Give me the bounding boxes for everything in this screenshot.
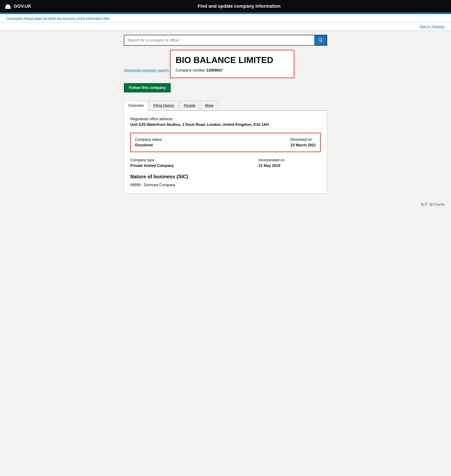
company-type-label: Company type <box>130 158 174 162</box>
dissolved-on-value: 23 March 2021 <box>290 143 316 147</box>
accuracy-notice-link[interactable]: Companies House does not verify the accu… <box>6 17 109 20</box>
incorporated-on-col: Incorporated on 21 May 2019 <box>258 158 321 168</box>
company-status-row: Company status Dissolved Dissolved on 23… <box>130 133 321 152</box>
gov-logo[interactable]: GOV.UK <box>4 2 31 10</box>
tab-overview-label: Overview <box>128 104 144 108</box>
tab-people[interactable]: People <box>179 101 200 110</box>
company-name: BIO BALANCE LIMITED <box>175 55 289 65</box>
advanced-search-link[interactable]: Advanced company search <box>124 68 169 73</box>
tab-filing-history-label[interactable]: Filing history <box>153 104 174 108</box>
tab-people-label[interactable]: People <box>184 104 195 108</box>
search-button[interactable] <box>314 35 327 45</box>
company-card: BIO BALANCE LIMITED Company number 12009… <box>170 50 294 78</box>
signin-bar: Sign in / Register <box>0 23 451 31</box>
registered-office-section: Registered office address Unit G25 Water… <box>130 117 321 127</box>
svg-rect-0 <box>5 7 10 9</box>
nature-of-business-section: Nature of business (SIC) 99999 - Dormant… <box>130 174 321 187</box>
dissolved-date-col: Dissolved on 23 March 2021 <box>290 137 316 147</box>
tabs-container: Overview Filing history People More Regi… <box>124 101 327 194</box>
tab-overview[interactable]: Overview <box>124 101 148 111</box>
incorporated-on-value: 21 May 2019 <box>258 164 321 168</box>
search-form <box>124 35 327 46</box>
company-number-value: 12009027 <box>206 68 223 72</box>
blue-banner <box>0 12 451 14</box>
search-icon <box>318 38 323 43</box>
tabs-list: Overview Filing history People More <box>124 101 327 111</box>
company-status-col: Company status Dissolved <box>135 137 162 147</box>
crown-icon <box>4 2 12 10</box>
tab-more[interactable]: More <box>200 101 218 110</box>
company-status-label: Company status <box>135 137 162 142</box>
company-status-value: Dissolved <box>135 143 162 147</box>
watermark: 知乎 @Charlie <box>0 198 451 211</box>
incorporated-on-label: Incorporated on <box>258 158 321 162</box>
registered-office-value: Unit G25 Waterfront Studios, 1 Dock Road… <box>130 123 321 127</box>
tab-panel-overview: Registered office address Unit G25 Water… <box>124 111 327 194</box>
nature-heading: Nature of business (SIC) <box>130 174 321 179</box>
company-type-col: Company type Private limited Company <box>130 158 174 168</box>
main-content: Advanced company search BIO BALANCE LIMI… <box>118 31 333 198</box>
site-header: GOV.UK Find and update company informati… <box>0 0 451 12</box>
search-input[interactable] <box>124 35 314 45</box>
registered-office-label: Registered office address <box>130 117 321 121</box>
company-type-row: Company type Private limited Company Inc… <box>130 158 321 168</box>
company-number-row: Company number 12009027 <box>175 68 289 73</box>
watermark-text: 知乎 @Charlie <box>421 202 445 206</box>
tab-filing-history[interactable]: Filing history <box>149 101 179 110</box>
follow-company-button[interactable]: Follow this company <box>124 83 171 93</box>
company-number-label: Company number <box>175 68 205 72</box>
dissolved-on-label: Dissolved on <box>290 137 316 142</box>
signin-link[interactable]: Sign in / Register <box>420 25 445 28</box>
logo-text: GOV.UK <box>14 4 31 9</box>
header-title: Find and update company information <box>31 4 447 9</box>
nature-value: 99999 - Dormant Company <box>130 183 321 187</box>
notice-bar: Companies House does not verify the accu… <box>0 14 451 23</box>
tab-more-label[interactable]: More <box>205 104 213 108</box>
company-type-value: Private limited Company <box>130 164 174 168</box>
